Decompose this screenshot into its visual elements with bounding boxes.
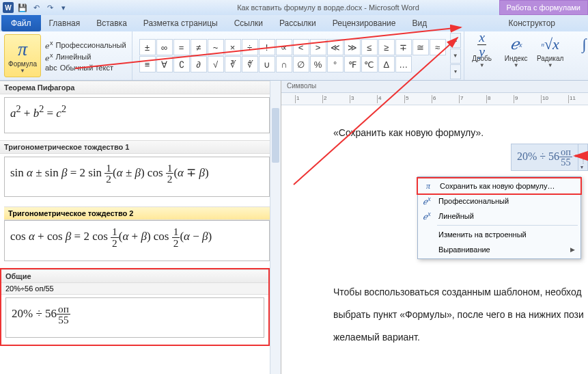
btn-fraction[interactable]: xyДробь▼ bbox=[467, 34, 497, 68]
symbol-√[interactable]: √ bbox=[208, 56, 224, 72]
gallery-header-trig1: Тригонометрическое тождество 1 bbox=[0, 140, 270, 154]
symbol-∩[interactable]: ∩ bbox=[276, 56, 292, 72]
symbol-∪[interactable]: ∪ bbox=[259, 56, 275, 72]
linear-icon: ℯx bbox=[45, 52, 53, 63]
equation-content: 20% ÷ 56оп55 bbox=[511, 144, 578, 171]
plaintext-label: Обычный текст bbox=[60, 64, 113, 72]
gallery-header-trig2: Тригонометрическое тождество 2 bbox=[4, 206, 270, 220]
ctx-separator bbox=[437, 225, 578, 226]
gallery-scrollbar[interactable] bbox=[270, 81, 281, 374]
qat-customize-icon[interactable]: ▾ bbox=[57, 1, 70, 14]
qat-undo-icon[interactable]: ↶ bbox=[30, 1, 42, 14]
ctx-save-as-new-formula[interactable]: πСохранить как новую формулу… bbox=[419, 178, 576, 193]
symbol-±[interactable]: ± bbox=[139, 39, 156, 55]
symbol-∂[interactable]: ∂ bbox=[191, 56, 207, 72]
formula-button[interactable]: π Формула ▼ bbox=[4, 34, 41, 77]
formula-general[interactable]: 20% ÷ 56оп55 bbox=[5, 297, 264, 338]
formula-label: Формула bbox=[8, 60, 37, 68]
professional-label: Профессиональный bbox=[56, 41, 126, 49]
ctx-linear-label: Линейный bbox=[438, 212, 474, 220]
symbol-<[interactable]: < bbox=[293, 39, 309, 55]
symbol-![interactable]: ! bbox=[259, 39, 275, 55]
fraction-label: Дробь bbox=[472, 55, 492, 62]
symbol-℉[interactable]: ℉ bbox=[344, 56, 361, 72]
formula-trig2: cos α + cos β = 2 cos 12(α + β) cos 12(α… bbox=[4, 220, 270, 261]
radical-label: Радикал bbox=[537, 55, 563, 62]
symbol-%[interactable]: % bbox=[310, 56, 326, 72]
tab-references[interactable]: Ссылки bbox=[226, 15, 271, 31]
tab-insert[interactable]: Вставка bbox=[88, 15, 135, 31]
ctx-alignment[interactable]: Выравнивание▶ bbox=[418, 242, 580, 257]
ribbon-tabs: Файл Главная Вставка Разметка страницы С… bbox=[0, 15, 588, 31]
tab-file[interactable]: Файл bbox=[1, 15, 41, 31]
symbol-≅[interactable]: ≅ bbox=[412, 39, 429, 55]
symbol-expand[interactable]: ▾ bbox=[450, 64, 461, 79]
symbol-∝[interactable]: ∝ bbox=[276, 39, 292, 55]
symbol-×[interactable]: × bbox=[225, 39, 241, 55]
symbol-∞[interactable]: ∞ bbox=[156, 39, 173, 55]
index-icon: ℯx bbox=[510, 34, 522, 55]
gallery-item-trig1[interactable]: sin α ± sin β = 2 sin 12(α ± β) cos 12(α… bbox=[4, 157, 270, 198]
symbol-scroll-up[interactable]: ▲ bbox=[450, 33, 461, 48]
gallery-header-pythagoras: Теорема Пифагора bbox=[0, 81, 270, 94]
symbol-∆[interactable]: ∆ bbox=[378, 56, 395, 72]
symbol-∁[interactable]: ∁ bbox=[173, 56, 190, 72]
symbol-∅[interactable]: ∅ bbox=[293, 56, 309, 72]
professional-icon: ℯx bbox=[421, 195, 433, 207]
symbol-≡[interactable]: ≡ bbox=[139, 56, 156, 72]
symbol-≥[interactable]: ≥ bbox=[378, 39, 395, 55]
plaintext-icon: abc bbox=[45, 64, 57, 72]
tab-view[interactable]: Вид bbox=[404, 15, 435, 31]
ctx-alignment-label: Выравнивание bbox=[438, 245, 490, 254]
tab-review[interactable]: Рецензирование bbox=[324, 15, 404, 31]
pane-tab-symbols[interactable]: Символы bbox=[281, 81, 588, 93]
symbol-=[interactable]: = bbox=[173, 39, 190, 55]
ctx-professional[interactable]: ℯxПрофессиональный bbox=[418, 193, 580, 209]
symbol-∛[interactable]: ∛ bbox=[225, 56, 241, 72]
linear-label: Линейный bbox=[56, 53, 92, 61]
symbol-…[interactable]: … bbox=[395, 56, 412, 72]
ctx-change-label: Изменить на встроенный bbox=[438, 230, 527, 239]
symbol-≫[interactable]: ≫ bbox=[344, 39, 361, 55]
horizontal-ruler[interactable]: 1234567891011121314151617181920 bbox=[281, 93, 588, 105]
btn-index[interactable]: ℯxИндекс▼ bbox=[501, 34, 531, 68]
equation-object[interactable]: 20% ÷ 56оп55 ⋮▾ bbox=[511, 144, 588, 171]
symbol-℃[interactable]: ℃ bbox=[361, 56, 378, 72]
symbol->[interactable]: > bbox=[310, 39, 326, 55]
tab-constructor[interactable]: Конструктор bbox=[501, 15, 563, 28]
symbol-≠[interactable]: ≠ bbox=[191, 39, 207, 55]
ribbon-group-formula: π Формула ▼ ℯxПрофессиональный ℯxЛинейны… bbox=[0, 31, 132, 80]
ribbon: π Формула ▼ ℯxПрофессиональный ℯxЛинейны… bbox=[0, 31, 588, 81]
gallery-item-trig2[interactable]: Тригонометрическое тождество 2 cos α + c… bbox=[4, 206, 270, 261]
symbol-~[interactable]: ~ bbox=[208, 39, 224, 55]
symbol-scroll-down[interactable]: ▼ bbox=[450, 49, 461, 64]
tab-home[interactable]: Главная bbox=[41, 15, 89, 31]
equation-context-menu: πСохранить как новую формулу… ℯxПрофесси… bbox=[417, 176, 581, 259]
btn-professional[interactable]: ℯxПрофессиональный bbox=[45, 40, 126, 51]
symbol-∜[interactable]: ∜ bbox=[242, 56, 258, 72]
qat-save-icon[interactable]: 💾 bbox=[16, 1, 29, 14]
gallery-item-pythagoras[interactable]: a2 + b2 = c2 bbox=[4, 97, 270, 133]
doc-text-line4: желаемый вариант. bbox=[333, 330, 588, 345]
ctx-linear[interactable]: ℯxЛинейный bbox=[418, 209, 580, 224]
btn-linear[interactable]: ℯxЛинейный bbox=[45, 52, 126, 63]
btn-more[interactable]: ∫ bbox=[570, 34, 588, 55]
symbol-≪[interactable]: ≪ bbox=[327, 39, 344, 55]
tab-mailings[interactable]: Рассылки bbox=[271, 15, 324, 31]
symbol-°[interactable]: ° bbox=[327, 56, 344, 72]
ribbon-group-symbols: ±∞=≠~×÷!∝<>≪≫≤≥∓≅≈≡∀∁∂√∛∜∪∩∅%°℉℃∆… ▲ ▼ ▾ bbox=[132, 31, 464, 80]
symbol-∀[interactable]: ∀ bbox=[156, 56, 173, 72]
tab-page-layout[interactable]: Разметка страницы bbox=[135, 15, 226, 31]
symbol-≈[interactable]: ≈ bbox=[430, 39, 446, 55]
symbol-÷[interactable]: ÷ bbox=[242, 39, 258, 55]
equation-menu-handle[interactable]: ⋮▾ bbox=[578, 144, 588, 171]
qat-redo-icon[interactable]: ↷ bbox=[44, 1, 56, 14]
btn-plaintext[interactable]: abcОбычный текст bbox=[45, 64, 126, 72]
integral-icon: ∫ bbox=[583, 34, 587, 55]
symbol-≤[interactable]: ≤ bbox=[361, 39, 378, 55]
ctx-change-builtin[interactable]: Изменить на встроенный bbox=[418, 227, 580, 242]
symbol-∓[interactable]: ∓ bbox=[395, 39, 412, 55]
btn-radical[interactable]: n√xРадикал▼ bbox=[535, 34, 565, 68]
chevron-right-icon: ▶ bbox=[570, 246, 575, 253]
contextual-tab-label: Работа с формулами bbox=[499, 0, 588, 15]
